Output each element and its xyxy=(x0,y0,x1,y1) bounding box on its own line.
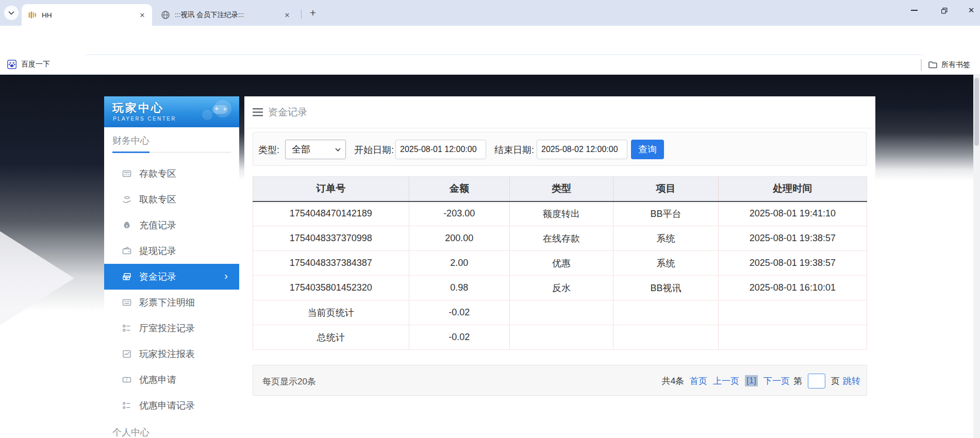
table-header-row: 订单号 金额 类型 项目 处理时间 xyxy=(253,177,867,201)
first-page-link[interactable]: 首页 xyxy=(690,375,707,387)
table-row: 1754048337370998 200.00 在线存款 系统 2025-08-… xyxy=(253,226,867,251)
per-page-label: 每页显示20条 xyxy=(262,376,316,388)
close-icon: ✕ xyxy=(968,6,975,15)
type-select[interactable]: 全部 xyxy=(285,140,346,159)
pagination-bar: 每页显示20条 共4条 首页 上一页 [1] 下一页 第 页 跳转 xyxy=(253,365,867,396)
page-number-input[interactable] xyxy=(808,374,825,389)
current-page-indicator: [1] xyxy=(745,375,758,386)
checklist-icon xyxy=(122,323,132,333)
cell-project: 系统 xyxy=(613,226,719,251)
window-minimize-button[interactable] xyxy=(902,0,926,21)
pager-controls: 共4条 首页 上一页 [1] 下一页 第 页 跳转 xyxy=(662,365,860,396)
record-list-icon xyxy=(122,400,132,411)
col-amount: 金额 xyxy=(409,177,509,201)
baidu-favicon xyxy=(7,60,16,69)
all-bookmarks-button[interactable]: 所有书签 xyxy=(928,60,980,70)
next-page-link[interactable]: 下一页 xyxy=(763,375,790,387)
cell-type: 额度转出 xyxy=(509,201,613,226)
sidebar-item-label: 充值记录 xyxy=(139,219,176,231)
chevron-right-icon: › xyxy=(224,269,228,282)
sidebar-item-hall-bet-record[interactable]: 厅室投注记录 xyxy=(104,315,239,341)
bookmarks-bar: 百度一下 所有书签 xyxy=(0,55,980,75)
deposit-card-icon xyxy=(122,169,132,179)
tab-separator xyxy=(301,10,302,19)
sidebar-item-label: 优惠申请记录 xyxy=(139,399,195,412)
sidebar-item-label: 资金记录 xyxy=(139,271,176,283)
section-title-personal: 个人中心 xyxy=(112,426,150,438)
list-card-icon xyxy=(122,297,132,308)
cell-label: 总统计 xyxy=(253,325,409,350)
folder-icon xyxy=(928,60,938,70)
sidebar-item-label: 玩家投注报表 xyxy=(139,348,195,360)
funds-record-table: 订单号 金额 类型 项目 处理时间 1754048470142189 -203.… xyxy=(253,176,867,350)
tab-hh[interactable]: HH ✕ xyxy=(22,4,152,26)
sidebar-item-promo-apply[interactable]: 优惠申请 xyxy=(104,367,239,393)
cell-process-time: 2025-08-01 19:41:10 xyxy=(718,201,867,226)
search-button[interactable]: 查询 xyxy=(631,140,664,159)
end-date-input[interactable] xyxy=(537,140,627,159)
triangle-watermark xyxy=(0,229,74,327)
prev-page-link[interactable]: 上一页 xyxy=(713,375,739,387)
cell-order-id: 1754048470142189 xyxy=(253,201,409,226)
sidebar-item-withdrawal-record[interactable]: 提现记录 xyxy=(104,238,239,264)
sidebar-menu: 存款专区 取款专区 充值记录 xyxy=(104,161,239,418)
sidebar-item-label: 提现记录 xyxy=(139,245,176,257)
bookmarks-separator xyxy=(921,59,922,71)
tab-title: :::视讯 会员下注纪录::: xyxy=(175,10,277,20)
money-bag-icon xyxy=(122,220,132,230)
cell-project: BB平台 xyxy=(613,201,719,226)
sidebar-item-label: 取款专区 xyxy=(139,193,176,206)
main-content-panel: 资金记录 类型: 全部 开始日期: 结束日期: 查询 xyxy=(244,96,875,438)
jump-link[interactable]: 跳转 xyxy=(843,375,860,387)
sidebar-item-withdraw-zone[interactable]: 取款专区 xyxy=(104,187,239,212)
filter-bar: 类型: 全部 开始日期: 结束日期: 查询 xyxy=(253,132,867,166)
tab-shixun[interactable]: :::视讯 会员下注纪录::: ✕ xyxy=(155,4,297,26)
tab-close-icon[interactable]: ✕ xyxy=(283,10,292,20)
sidebar-item-deposit-zone[interactable]: 存款专区 xyxy=(104,161,239,187)
page-scrollbar[interactable] xyxy=(973,75,980,438)
total-count: 共4条 xyxy=(662,375,684,387)
tab-title: HH xyxy=(42,11,132,19)
col-type: 类型 xyxy=(509,177,613,201)
browser-toolbar: ← → mgm1065.com/hhcp/usercenter.html?ini… xyxy=(0,26,980,55)
cell-type: 反水 xyxy=(509,276,613,300)
chevron-down-icon xyxy=(335,148,341,151)
globe-icon xyxy=(161,10,170,20)
tab-close-icon[interactable]: ✕ xyxy=(138,10,147,20)
scrollbar-thumb[interactable] xyxy=(974,78,979,146)
window-close-button[interactable]: ✕ xyxy=(959,0,980,21)
col-order-id: 订单号 xyxy=(253,177,409,201)
sidebar-item-funds-record[interactable]: 资金记录 › xyxy=(104,264,239,290)
sidebar-item-player-bet-report[interactable]: 玩家投注报表 xyxy=(104,341,239,367)
jump-prefix-label: 第 xyxy=(793,375,802,387)
table-row: 1754035801452320 0.98 反水 BB视讯 2025-08-01… xyxy=(253,276,867,300)
sidebar-item-label: 优惠申请 xyxy=(139,374,176,386)
sidebar-item-promo-apply-record[interactable]: 优惠申请记录 xyxy=(104,393,239,418)
new-tab-button[interactable]: + xyxy=(306,6,320,20)
type-label: 类型: xyxy=(258,144,279,156)
cell-process-time: 2025-08-01 19:38:57 xyxy=(718,226,867,251)
type-select-value: 全部 xyxy=(292,143,335,156)
tab-search-button[interactable] xyxy=(4,6,19,20)
cell-amount: 0.98 xyxy=(409,276,509,300)
hamburger-icon xyxy=(253,108,263,117)
cell-order-id: 1754035801452320 xyxy=(253,276,409,300)
restore-icon xyxy=(940,7,948,14)
sidebar-banner-title: 玩家中心 xyxy=(112,100,164,116)
bookmark-label: 所有书签 xyxy=(941,60,970,70)
hand-money-icon xyxy=(122,194,132,205)
sidebar-banner: 玩家中心 PLAYERS CENTER xyxy=(104,96,239,127)
cell-type: 优惠 xyxy=(509,251,613,276)
col-project: 项目 xyxy=(613,177,719,201)
table-row: 1754048470142189 -203.00 额度转出 BB平台 2025-… xyxy=(253,201,867,226)
wallet-icon xyxy=(122,246,132,256)
window-restore-button[interactable] xyxy=(932,0,956,21)
sidebar-item-recharge-record[interactable]: 充值记录 xyxy=(104,212,239,238)
cell-project: 系统 xyxy=(613,251,719,276)
start-date-input[interactable] xyxy=(395,140,486,159)
site-favicon-gold xyxy=(28,10,37,20)
chart-report-icon xyxy=(122,349,132,359)
minimize-icon xyxy=(911,10,918,11)
sidebar-item-lottery-bet-detail[interactable]: 彩票下注明细 xyxy=(104,290,239,315)
bookmark-baidu[interactable]: 百度一下 xyxy=(7,60,50,69)
